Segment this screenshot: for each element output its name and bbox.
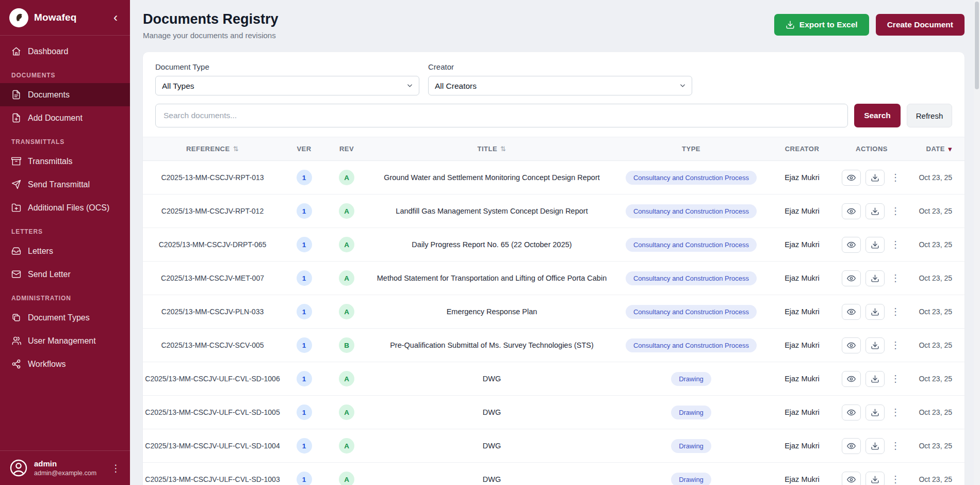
- sidebar-item-send-letter[interactable]: Send Letter: [0, 263, 130, 286]
- sidebar-item-label: Letters: [28, 247, 53, 256]
- doc-rev-cell: A: [326, 304, 367, 319]
- sidebar-item-user-management[interactable]: User Management: [0, 329, 130, 352]
- sidebar-item-label: User Management: [28, 336, 96, 346]
- doc-creator: Ejaz Mukri: [766, 442, 838, 450]
- table-row[interactable]: C2025/13-MM-CSCJV-ULF-CVL-SD-1006 1 A DW…: [143, 362, 965, 396]
- table-header-row: REFERENCE⇅ VER REV TITLE⇅ TYPE CREATOR A…: [143, 137, 965, 161]
- more-actions-button[interactable]: ⋮: [889, 407, 902, 418]
- table-row[interactable]: C2025/13-MM-CSCJV-ULF-CVL-SD-1005 1 A DW…: [143, 396, 965, 429]
- more-actions-button[interactable]: ⋮: [889, 172, 902, 183]
- sidebar-item-letters[interactable]: Letters: [0, 239, 130, 263]
- row-actions: ⋮: [838, 170, 905, 186]
- view-button[interactable]: [842, 405, 861, 421]
- type-badge: Consultancy and Construction Process: [626, 338, 757, 352]
- doc-ver-cell: 1: [282, 270, 326, 286]
- table-row[interactable]: C2025/13-MM-CSCJV-MET-007 1 A Method Sta…: [143, 262, 965, 295]
- create-document-button[interactable]: Create Document: [876, 14, 965, 36]
- doc-reference: C2025/13-MM-CSCJV-ULF-CVL-SD-1004: [143, 442, 282, 450]
- view-button[interactable]: [842, 270, 861, 286]
- sidebar-item-send-transmittal[interactable]: Send Transmittal: [0, 173, 130, 196]
- sidebar-item-documents[interactable]: Documents: [0, 83, 130, 106]
- export-button-label: Export to Excel: [799, 20, 858, 29]
- doc-type-cell: Drawing: [616, 372, 766, 386]
- sidebar-item-add-document[interactable]: Add Document: [0, 106, 130, 130]
- table-row[interactable]: C2025/13-MM-CSCJV-DRPT-065 1 A Daily Pro…: [143, 228, 965, 262]
- sidebar-user[interactable]: admin admin@example.com ⋮: [0, 450, 130, 485]
- more-actions-button[interactable]: ⋮: [889, 272, 902, 284]
- page-scrollbar[interactable]: [974, 0, 980, 485]
- eye-icon: [847, 207, 856, 216]
- row-actions: ⋮: [838, 270, 905, 286]
- column-header-title[interactable]: TITLE⇅: [367, 145, 616, 153]
- download-button[interactable]: [865, 472, 885, 485]
- sidebar-item-workflows[interactable]: Workflows: [0, 352, 130, 376]
- search-input[interactable]: [155, 104, 848, 127]
- refresh-button[interactable]: Refresh: [907, 104, 952, 127]
- sidebar-item-label: Documents: [28, 90, 70, 100]
- table-row[interactable]: C2025/13-MM-CSCJV-ULF-CVL-SD-1003 1 A DW…: [143, 463, 965, 485]
- view-button[interactable]: [842, 337, 861, 353]
- type-badge: Drawing: [671, 372, 711, 386]
- view-button[interactable]: [842, 304, 861, 320]
- section-label-letters: LETTERS: [0, 219, 130, 239]
- sidebar-item-document-types[interactable]: Document Types: [0, 306, 130, 329]
- table-row[interactable]: C2025/13-MM-CSCJV-PLN-033 1 A Emergency …: [143, 295, 965, 329]
- download-icon: [871, 442, 879, 450]
- table-row[interactable]: C2025/13-MM-CSCJV-RPT-012 1 A Landfill G…: [143, 195, 965, 228]
- more-actions-button[interactable]: ⋮: [889, 239, 902, 250]
- view-button[interactable]: [842, 170, 861, 186]
- doc-rev-cell: B: [326, 337, 367, 353]
- doc-creator: Ejaz Mukri: [766, 408, 838, 416]
- page-header: Documents Registry Manage your documents…: [143, 11, 965, 40]
- doc-type-cell: Drawing: [616, 406, 766, 419]
- download-icon: [871, 375, 879, 383]
- sidebar-item-label: Additional Files (OCS): [28, 203, 109, 213]
- download-button[interactable]: [865, 371, 885, 387]
- table-row[interactable]: C2025-13-MM-CSCJV-RPT-013 1 A Ground Wat…: [143, 161, 965, 195]
- doc-creator: Ejaz Mukri: [766, 308, 838, 316]
- scrollbar-thumb[interactable]: [975, 2, 979, 89]
- more-actions-button[interactable]: ⋮: [889, 340, 902, 351]
- view-button[interactable]: [842, 371, 861, 387]
- more-actions-button[interactable]: ⋮: [889, 306, 902, 317]
- column-header-creator: CREATOR: [766, 145, 838, 153]
- column-header-reference[interactable]: REFERENCE⇅: [143, 145, 282, 153]
- more-actions-button[interactable]: ⋮: [889, 205, 902, 217]
- view-button[interactable]: [842, 472, 861, 485]
- user-menu-button[interactable]: ⋮: [111, 462, 121, 474]
- search-button[interactable]: Search: [854, 104, 901, 127]
- sidebar-item-dashboard[interactable]: Dashboard: [0, 40, 130, 63]
- more-actions-button[interactable]: ⋮: [889, 373, 902, 384]
- doc-date: Oct 23, 25: [905, 442, 965, 450]
- more-actions-button[interactable]: ⋮: [889, 474, 902, 485]
- doc-ver-cell: 1: [282, 203, 326, 219]
- creator-select[interactable]: All Creators: [428, 76, 692, 95]
- doc-creator: Ejaz Mukri: [766, 341, 838, 349]
- download-button[interactable]: [865, 170, 885, 186]
- row-actions: ⋮: [838, 371, 905, 387]
- download-button[interactable]: [865, 304, 885, 320]
- doc-ver-cell: 1: [282, 337, 326, 353]
- doc-title: Method Statement for Transportation and …: [367, 274, 616, 282]
- document-type-select[interactable]: All Types: [155, 76, 419, 95]
- doc-ver-cell: 1: [282, 405, 326, 420]
- download-button[interactable]: [865, 438, 885, 454]
- export-to-excel-button[interactable]: Export to Excel: [774, 14, 869, 36]
- sidebar-item-transmittals[interactable]: Transmittals: [0, 150, 130, 173]
- folder-plus-icon: [11, 203, 21, 213]
- table-row[interactable]: C2025/13-MM-CSCJV-SCV-005 1 B Pre-Qualif…: [143, 329, 965, 362]
- view-button[interactable]: [842, 438, 861, 454]
- sidebar-collapse-button[interactable]: ‹: [110, 10, 121, 25]
- view-button[interactable]: [842, 237, 861, 253]
- download-button[interactable]: [865, 270, 885, 286]
- revision-badge: A: [339, 170, 354, 185]
- column-header-date[interactable]: DATE▾: [905, 144, 965, 154]
- table-row[interactable]: C2025/13-MM-CSCJV-ULF-CVL-SD-1004 1 A DW…: [143, 429, 965, 463]
- download-button[interactable]: [865, 203, 885, 219]
- view-button[interactable]: [842, 203, 861, 219]
- download-button[interactable]: [865, 237, 885, 253]
- download-button[interactable]: [865, 337, 885, 353]
- sidebar-item-additional-files[interactable]: Additional Files (OCS): [0, 196, 130, 219]
- download-button[interactable]: [865, 405, 885, 421]
- more-actions-button[interactable]: ⋮: [889, 440, 902, 451]
